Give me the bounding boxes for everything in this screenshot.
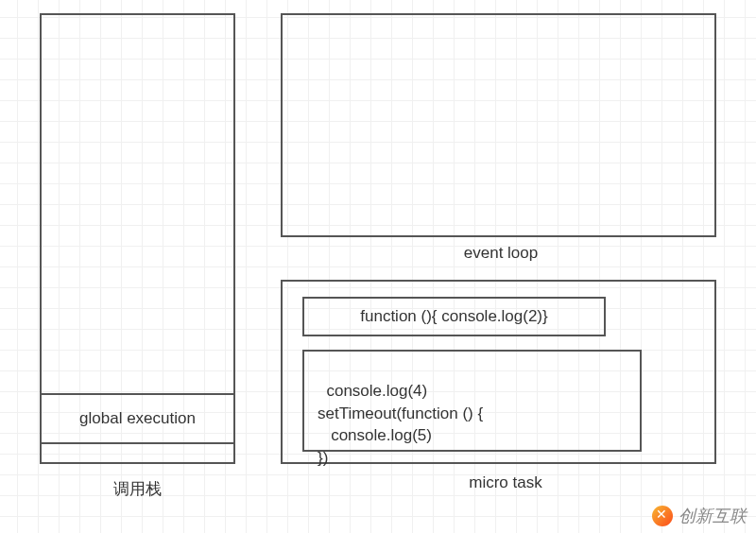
callstack-frame-global: global execution [40,393,235,444]
eventloop-caption: event loop [416,244,586,263]
watermark-text: 创新互联 [679,505,747,527]
callstack-frame-label: global execution [79,409,196,428]
microtask-item-0-code: function (){ console.log(2)} [360,307,547,326]
watermark: 创新互联 [652,505,747,527]
microtask-caption: micro task [435,473,576,492]
microtask-item-1: console.log(4) setTimeout(function () { … [302,350,642,452]
callstack-caption: 调用栈 [90,478,184,500]
logo-icon [652,506,673,526]
microtask-item-0: function (){ console.log(2)} [302,297,606,336]
eventloop-box [281,13,716,237]
